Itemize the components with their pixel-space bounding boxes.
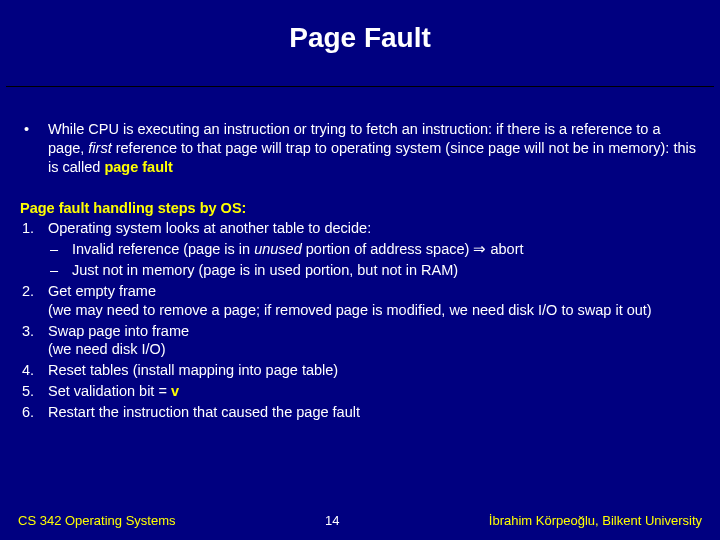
step-2: 2. Get empty frame (we may need to remov… — [20, 282, 700, 320]
step-5: 5. Set validation bit = v — [20, 382, 700, 401]
steps-heading: Page fault handling steps by OS: — [20, 199, 700, 218]
text: (we may need to remove a page; if remove… — [48, 301, 700, 320]
substep-1a: – Invalid reference (page is in unused p… — [48, 240, 700, 259]
bullet-marker: • — [20, 120, 48, 177]
step-number: 3. — [20, 322, 48, 360]
step-1: 1. Operating system looks at another tab… — [20, 219, 700, 280]
highlight-v: v — [171, 383, 179, 399]
text: Invalid reference (page is in unused por… — [72, 240, 700, 259]
highlight-page-fault: page fault — [104, 159, 172, 175]
step-body: Reset tables (install mapping into page … — [48, 361, 700, 380]
footer-page-number: 14 — [325, 513, 339, 528]
text: Operating system looks at another table … — [48, 219, 700, 238]
step-body: Operating system looks at another table … — [48, 219, 700, 280]
step-number: 4. — [20, 361, 48, 380]
slide-footer: CS 342 Operating Systems 14 İbrahim Körp… — [0, 513, 720, 528]
text: abort — [486, 241, 523, 257]
slide: Page Fault • While CPU is executing an i… — [0, 0, 720, 540]
title-divider — [6, 86, 714, 87]
dash-marker: – — [48, 240, 72, 259]
step-number: 1. — [20, 219, 48, 280]
step-number: 5. — [20, 382, 48, 401]
text: Get empty frame — [48, 282, 700, 301]
substep-1b: – Just not in memory (page is in used po… — [48, 261, 700, 280]
arrow-icon: ⇒ — [473, 241, 486, 257]
step-body: Set validation bit = v — [48, 382, 700, 401]
emphasis-unused: unused — [254, 241, 302, 257]
step-number: 6. — [20, 403, 48, 422]
step-number: 2. — [20, 282, 48, 320]
step-body: Restart the instruction that caused the … — [48, 403, 700, 422]
steps-list: 1. Operating system looks at another tab… — [20, 219, 700, 421]
bullet-text: While CPU is executing an instruction or… — [48, 120, 700, 177]
footer-author: İbrahim Körpeoğlu, Bilkent University — [489, 513, 702, 528]
slide-content: • While CPU is executing an instruction … — [20, 120, 700, 424]
text: Set validation bit = — [48, 383, 171, 399]
text: Invalid reference (page is in — [72, 241, 254, 257]
step-body: Swap page into frame (we need disk I/O) — [48, 322, 700, 360]
emphasis-first: first — [88, 140, 111, 156]
step-3: 3. Swap page into frame (we need disk I/… — [20, 322, 700, 360]
text: Just not in memory (page is in used port… — [72, 261, 700, 280]
step-body: Get empty frame (we may need to remove a… — [48, 282, 700, 320]
dash-marker: – — [48, 261, 72, 280]
bullet-item: • While CPU is executing an instruction … — [20, 120, 700, 177]
slide-title: Page Fault — [0, 0, 720, 72]
text: (we need disk I/O) — [48, 340, 700, 359]
text: portion of address space) — [302, 241, 474, 257]
text: Swap page into frame — [48, 322, 700, 341]
step-6: 6. Restart the instruction that caused t… — [20, 403, 700, 422]
footer-course: CS 342 Operating Systems — [18, 513, 176, 528]
step-4: 4. Reset tables (install mapping into pa… — [20, 361, 700, 380]
